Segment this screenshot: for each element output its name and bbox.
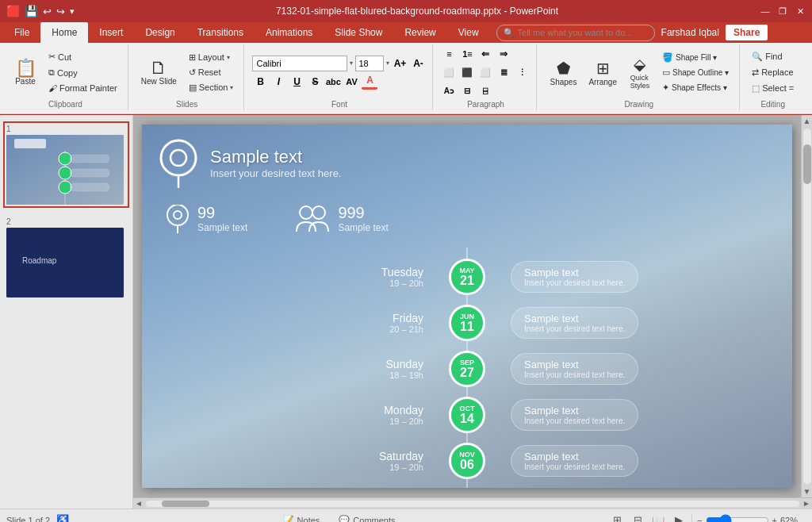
vertical-scrollbar[interactable]: ▲ ▼: [801, 115, 812, 497]
scroll-thumb-h[interactable]: [162, 501, 209, 507]
text-align-button[interactable]: ⊟: [459, 83, 475, 98]
char-spacing-button[interactable]: AV: [343, 74, 359, 90]
new-slide-button[interactable]: 🗋 New Slide: [136, 57, 182, 88]
font-size-input[interactable]: [355, 56, 384, 71]
scroll-track-v: [803, 129, 811, 484]
shape-outline-button[interactable]: ▭ Shape Outline ▾: [658, 66, 733, 79]
replace-button[interactable]: ⇄ Replace: [748, 66, 798, 79]
slide-sorter-button[interactable]: ⊟: [630, 512, 645, 523]
comments-button[interactable]: 💬 Comments: [334, 513, 400, 522]
reset-icon: ↺: [189, 67, 196, 78]
font-color-button[interactable]: A: [362, 74, 377, 90]
text-shadow-button[interactable]: abc: [325, 74, 341, 90]
underline-button[interactable]: U: [289, 74, 304, 90]
font-size-arrow[interactable]: ▾: [386, 59, 389, 67]
tab-slideshow[interactable]: Slide Show: [324, 22, 393, 43]
horizontal-scrollbar[interactable]: ◄ ►: [133, 497, 812, 509]
numbering-button[interactable]: 1≡: [459, 46, 475, 62]
share-button[interactable]: Share: [726, 25, 768, 40]
title-text: 7132-01-simple-flat-blured-background-ro…: [276, 6, 558, 17]
timeline-circle-0: MAY 21: [449, 259, 485, 295]
slide-thumbnail-2[interactable]: 2 Roadmap: [3, 214, 129, 301]
align-right-button[interactable]: ⬜: [477, 64, 493, 80]
slide-number-2: 2: [6, 217, 126, 226]
justify-button[interactable]: ≣: [496, 64, 511, 80]
tell-me-input[interactable]: 🔍 Tell me what you want to do...: [496, 25, 655, 41]
tab-design[interactable]: Design: [134, 22, 186, 43]
minimize-button[interactable]: —: [760, 6, 771, 17]
smartart-button[interactable]: ⌸: [477, 83, 493, 98]
font-decrease-button[interactable]: A-: [410, 56, 426, 71]
shape-effects-button[interactable]: ✦ Shape Effects ▾: [658, 81, 733, 94]
tab-animations[interactable]: Animations: [255, 22, 324, 43]
quick-access-save[interactable]: 💾: [25, 5, 38, 17]
slideshow-view-button[interactable]: ▶: [671, 512, 687, 523]
copy-button[interactable]: ⧉ Copy: [44, 66, 121, 79]
font-name-arrow[interactable]: ▾: [350, 59, 353, 67]
columns-button[interactable]: ⋮: [514, 64, 530, 80]
strikethrough-button[interactable]: S: [307, 74, 323, 90]
arrange-icon: ⊞: [596, 59, 610, 78]
reset-button[interactable]: ↺ Reset: [185, 66, 238, 79]
zoom-in-button[interactable]: +: [772, 516, 777, 523]
reading-view-button[interactable]: 📖: [650, 512, 666, 523]
event-title-3: Sample text: [524, 405, 625, 416]
increase-indent-button[interactable]: ⇒: [496, 46, 511, 62]
shapes-button[interactable]: ⬟ Shapes: [545, 56, 581, 89]
align-center-button[interactable]: ⬛: [459, 64, 475, 80]
svg-point-14: [167, 205, 188, 225]
scroll-thumb-v[interactable]: [803, 144, 811, 184]
tab-insert[interactable]: Insert: [88, 22, 134, 43]
quick-access-undo[interactable]: ↩: [43, 6, 52, 17]
bold-button[interactable]: B: [252, 74, 268, 90]
timeline-container: Tuesday 19 – 20h MAY 21 Sample text Ins: [142, 248, 792, 488]
notes-button[interactable]: 📝 Notes: [278, 513, 325, 522]
status-bar-center: 📝 Notes 💬 Comments: [278, 513, 400, 522]
tab-home[interactable]: Home: [40, 22, 88, 43]
text-direction-button[interactable]: Aↄ: [441, 83, 457, 98]
paste-label: Paste: [15, 77, 36, 86]
close-button[interactable]: ✕: [795, 6, 806, 17]
scroll-left-arrow[interactable]: ◄: [135, 499, 143, 508]
bullets-button[interactable]: ≡: [441, 46, 457, 62]
svg-point-12: [170, 150, 186, 166]
timeline-row-4: Saturday 19 – 20h NOV 06 Sample text In: [142, 438, 792, 484]
slide-canvas[interactable]: Sample text Insert your desired text her…: [142, 125, 792, 488]
align-left-button[interactable]: ⬜: [441, 64, 457, 80]
restore-button[interactable]: ❐: [777, 6, 788, 17]
layout-button[interactable]: ⊞ Layout ▾: [185, 51, 238, 64]
tab-review[interactable]: Review: [393, 22, 446, 43]
cut-button[interactable]: ✂ Cut: [44, 50, 121, 63]
scroll-right-arrow[interactable]: ►: [802, 499, 810, 508]
tab-file[interactable]: File: [3, 22, 40, 43]
stat-number-0: 99: [197, 204, 247, 222]
tab-view[interactable]: View: [447, 22, 490, 43]
zoom-slider[interactable]: [706, 514, 769, 523]
shape-fill-label: Shape Fill ▾: [676, 53, 717, 62]
paste-button[interactable]: 📋 Paste: [10, 57, 41, 88]
scroll-up-arrow[interactable]: ▲: [803, 117, 811, 125]
italic-button[interactable]: I: [270, 74, 286, 90]
font-increase-button[interactable]: A+: [392, 56, 408, 71]
select-button[interactable]: ⬚ Select =: [748, 82, 798, 95]
format-painter-button[interactable]: 🖌 Format Painter: [44, 82, 121, 94]
day-3: 14: [460, 413, 474, 425]
scroll-down-arrow[interactable]: ▼: [803, 487, 811, 496]
find-button[interactable]: 🔍 Find: [748, 50, 798, 63]
event-desc-0: Insert your desired text here.: [524, 278, 625, 287]
event-title-0: Sample text: [524, 267, 625, 278]
normal-view-button[interactable]: ⊞: [609, 512, 625, 523]
section-button[interactable]: ▤ Section ▾: [185, 81, 238, 94]
quick-styles-button[interactable]: ⬙ QuickStyles: [624, 52, 656, 92]
decrease-indent-button[interactable]: ⇐: [477, 46, 493, 62]
tab-transitions[interactable]: Transitions: [186, 22, 255, 43]
zoom-out-button[interactable]: −: [697, 516, 702, 523]
arrange-button[interactable]: ⊞ Arrange: [584, 56, 622, 89]
slide-thumbnail-1[interactable]: 1: [3, 121, 129, 208]
replace-icon: ⇄: [752, 67, 759, 78]
shape-fill-button[interactable]: 🪣 Shape Fill ▾: [658, 51, 733, 64]
shapes-label: Shapes: [550, 78, 576, 86]
quick-access-redo[interactable]: ↪: [56, 6, 65, 17]
app-icon: 🟥: [6, 5, 20, 17]
font-name-input[interactable]: [252, 56, 347, 71]
